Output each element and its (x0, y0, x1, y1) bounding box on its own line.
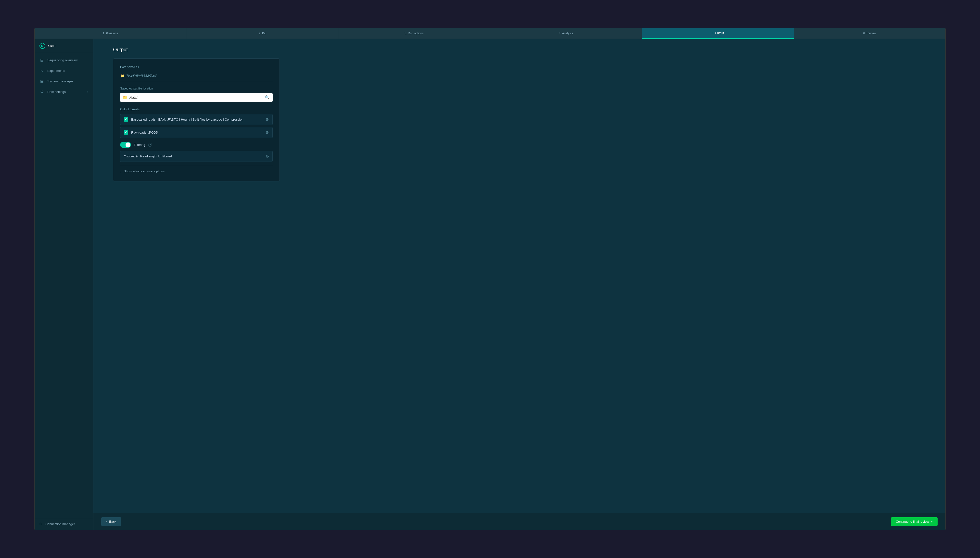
output-formats-label: Output formats (120, 108, 272, 111)
tab-analysis[interactable]: 4. Analysis (490, 28, 642, 39)
back-button[interactable]: ‹ Back (101, 517, 121, 526)
connection-manager-label: Connection manager (45, 522, 75, 526)
data-saved-path: Test/PAW48552/Test/ (126, 74, 157, 77)
chart-icon: ∿ (39, 68, 44, 73)
tab-output[interactable]: 5. Output (642, 28, 794, 39)
raw-reads-label: Raw reads: .POD5 (131, 131, 263, 135)
sidebar-header: ▶ Start (34, 39, 93, 53)
filtering-row: Filtering ? (120, 142, 272, 148)
format-row-basecalled: Basecalled reads: .BAM, .FASTQ | Hourly … (120, 114, 272, 125)
content-area: Output Data saved as 📁 Test/PAW48552/Tes… (94, 39, 946, 530)
sidebar-item-sequencing-overview[interactable]: ⊞ Sequencing overview (34, 55, 93, 66)
raw-reads-checkbox[interactable] (124, 130, 128, 135)
filtering-label: Filtering (134, 143, 145, 147)
connection-icon: ⚇ (39, 522, 43, 526)
folder-icon: 📁 (120, 74, 124, 78)
content-body: Output Data saved as 📁 Test/PAW48552/Tes… (94, 39, 946, 513)
qscore-row: Qscore: 9 | Readlength: Unfiltered ⚙ (120, 151, 272, 162)
chevron-right-icon: › (120, 169, 121, 173)
output-formats-section: Output formats Basecalled reads: .BAM, .… (120, 108, 272, 138)
advanced-options-row[interactable]: › Show advanced user options (120, 166, 272, 174)
continue-chevron-icon: » (931, 520, 933, 524)
sidebar-item-label: Host settings (47, 90, 66, 94)
basecalled-settings-button[interactable]: ⚙ (266, 117, 269, 122)
data-saved-row: 📁 Test/PAW48552/Test/ (120, 72, 272, 82)
sidebar: ▶ Start ⊞ Sequencing overview ∿ Experime… (34, 39, 94, 530)
brand-icon: ▶ (39, 43, 45, 49)
page-title: Output (113, 47, 926, 53)
continue-button[interactable]: Continue to final review » (891, 517, 937, 526)
settings-icon: ⚙ (39, 89, 44, 94)
connection-manager[interactable]: ⚇ Connection manager (39, 522, 88, 526)
bottom-bar: ‹ Back Continue to final review » (94, 513, 946, 530)
saved-output-label: Saved output file location (120, 87, 272, 90)
file-location-section: Saved output file location 📁 🔍 (120, 87, 272, 102)
chevron-right-icon: › (87, 90, 88, 94)
file-location-input[interactable] (130, 95, 263, 99)
back-label: Back (109, 520, 116, 524)
output-card: Data saved as 📁 Test/PAW48552/Test/ Save… (113, 58, 280, 181)
basecalled-label: Basecalled reads: .BAM, .FASTQ | Hourly … (131, 118, 263, 121)
sidebar-nav: ⊞ Sequencing overview ∿ Experiments ▣ Sy… (34, 53, 93, 518)
brand: ▶ Start (39, 43, 88, 49)
raw-reads-settings-button[interactable]: ⚙ (266, 130, 269, 135)
folder-yellow-icon: 📁 (123, 95, 128, 100)
app-window: 1. Positions 2. Kit 3. Run options 4. An… (34, 28, 946, 530)
back-chevron-icon: ‹ (106, 520, 107, 524)
message-icon: ▣ (39, 79, 44, 84)
sidebar-item-host-settings[interactable]: ⚙ Host settings › (34, 87, 93, 97)
sidebar-footer: ⚇ Connection manager (34, 518, 93, 530)
top-nav: 1. Positions 2. Kit 3. Run options 4. An… (34, 28, 946, 39)
main-layout: ▶ Start ⊞ Sequencing overview ∿ Experime… (34, 39, 946, 530)
sidebar-item-experiments[interactable]: ∿ Experiments (34, 66, 93, 76)
file-search-button[interactable]: 🔍 (264, 95, 270, 100)
format-row-raw: Raw reads: .POD5 ⚙ (120, 127, 272, 138)
qscore-label: Qscore: 9 | Readlength: Unfiltered (124, 154, 263, 158)
tab-review[interactable]: 6. Review (794, 28, 946, 39)
sidebar-item-system-messages[interactable]: ▣ System messages (34, 76, 93, 87)
advanced-options-label: Show advanced user options (124, 169, 165, 173)
sidebar-item-label: System messages (47, 79, 73, 83)
file-location-input-wrap: 📁 🔍 (120, 93, 272, 102)
qscore-settings-button[interactable]: ⚙ (266, 154, 269, 159)
basecalled-checkbox[interactable] (124, 117, 128, 121)
brand-label: Start (48, 44, 56, 48)
sidebar-item-label: Experiments (47, 69, 65, 72)
sidebar-item-label: Sequencing overview (47, 58, 78, 62)
filtering-help-icon[interactable]: ? (148, 143, 152, 147)
continue-label: Continue to final review (896, 520, 929, 524)
grid-icon: ⊞ (39, 58, 44, 62)
data-saved-label: Data saved as (120, 66, 272, 69)
filtering-toggle[interactable] (120, 142, 131, 148)
tab-positions[interactable]: 1. Positions (34, 28, 186, 39)
tab-kit[interactable]: 2. Kit (186, 28, 338, 39)
tab-run-options[interactable]: 3. Run options (338, 28, 490, 39)
